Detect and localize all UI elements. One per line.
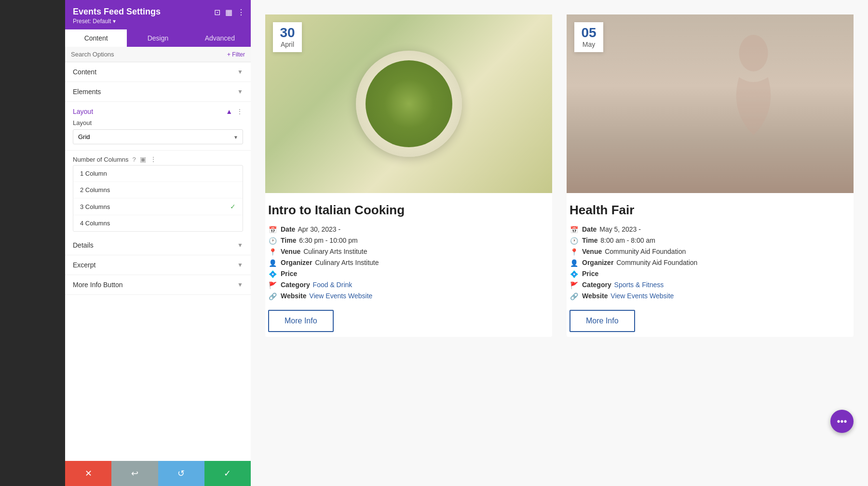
meta-organizer-health: 👤 Organizer Community Aid Foundation [570, 259, 851, 267]
cancel-button[interactable]: ✕ [65, 461, 111, 486]
meta-category-italian: 🚩 Category Food & Drink [268, 281, 549, 289]
date-month-health: May [581, 41, 597, 48]
redo-button[interactable]: ↺ [158, 461, 204, 486]
meta-organizer-italian: 👤 Organizer Culinary Arts Institute [268, 259, 549, 267]
more-info-button-health[interactable]: More Info [570, 310, 635, 332]
column-option-3[interactable]: 3 Columns ✓ [73, 198, 243, 215]
location-icon-h: 📍 [570, 248, 578, 256]
meta-time-health: 🕐 Time 8:00 am - 8:00 am [570, 236, 851, 245]
meta-date-italian: 📅 Date Apr 30, 2023 - [268, 225, 549, 234]
layout-header[interactable]: Layout ▲ ⋮ [73, 102, 243, 119]
svg-rect-0 [614, 14, 807, 193]
tab-advanced[interactable]: Advanced [189, 29, 251, 47]
section-content-label: Content [73, 68, 96, 76]
date-month-italian: April [280, 41, 295, 48]
website-link-health[interactable]: View Events Website [610, 292, 674, 300]
preset-label[interactable]: Preset: Default ▾ [73, 18, 243, 25]
undo-button[interactable]: ↩ [111, 461, 158, 486]
sidebar-header: ⊡ ▦ ⋮ Events Feed Settings Preset: Defau… [65, 0, 251, 29]
meta-date-health: 📅 Date May 5, 2023 - [570, 225, 851, 234]
columns-dropdown: 1 Column 2 Columns 3 Columns ✓ 4 Columns [73, 165, 243, 232]
category-link-health[interactable]: Sports & Fitness [614, 281, 664, 289]
meta-time-italian: 🕐 Time 6:30 pm - 10:00 pm [268, 236, 549, 245]
check-icon-3: ✓ [230, 203, 236, 210]
search-options-label: Search Options [71, 51, 227, 58]
header-icons: ⊡ ▦ ⋮ [214, 8, 245, 17]
date-day-italian: 30 [280, 26, 295, 40]
section-excerpt[interactable]: Excerpt ▼ [65, 255, 251, 275]
event-details-italian: Intro to Italian Cooking 📅 Date Apr 30, … [265, 193, 552, 337]
layout-header-icons: ▲ ⋮ [226, 108, 243, 115]
chevron-elements: ▼ [237, 88, 243, 95]
calendar-icon-h: 📅 [570, 226, 578, 234]
event-meta-italian: 📅 Date Apr 30, 2023 - 🕐 Time 6:30 pm - 1… [268, 225, 549, 300]
calendar-icon: 📅 [268, 226, 277, 234]
website-link-italian[interactable]: View Events Website [309, 292, 372, 300]
section-elements[interactable]: Elements ▼ [65, 82, 251, 102]
column-option-1[interactable]: 1 Column [73, 166, 243, 182]
date-badge-italian: 30 April [273, 22, 302, 52]
category-icon-h: 🚩 [570, 281, 578, 289]
price-icon: 💠 [268, 270, 277, 278]
organizer-icon-h: 👤 [570, 259, 578, 267]
website-icon-h: 🔗 [570, 292, 578, 300]
column-option-4[interactable]: 4 Columns [73, 215, 243, 231]
date-badge-health: 05 May [574, 22, 603, 52]
columns-icons: ? ▣ ⋮ [133, 155, 157, 163]
layout-select-wrapper: Grid List Masonry [73, 129, 243, 144]
section-content[interactable]: Content ▼ [65, 62, 251, 82]
more-info-button-italian[interactable]: More Info [268, 310, 334, 332]
fab-button[interactable]: ••• [830, 410, 854, 433]
event-details-health: Health Fair 📅 Date May 5, 2023 - 🕐 Time … [567, 193, 854, 337]
search-row: Search Options + Filter [65, 47, 251, 62]
chevron-details: ▼ [237, 242, 243, 249]
column-option-2[interactable]: 2 Columns [73, 182, 243, 198]
meta-website-health: 🔗 Website View Events Website [570, 292, 851, 300]
sidebar-footer: ✕ ↩ ↺ ✓ [65, 461, 251, 486]
meta-website-italian: 🔗 Website View Events Website [268, 292, 549, 300]
layout-icon[interactable]: ▦ [225, 8, 232, 17]
clock-icon: 🕐 [268, 237, 277, 245]
organizer-icon: 👤 [268, 259, 277, 267]
layout-section: Layout ▲ ⋮ Layout Grid List Masonry [65, 102, 251, 151]
layout-more-icon[interactable]: ⋮ [236, 108, 243, 115]
event-image-italian: 30 April [265, 14, 552, 193]
event-card-italian: 30 April Intro to Italian Cooking 📅 Date… [265, 14, 552, 337]
category-link-italian[interactable]: Food & Drink [313, 281, 353, 289]
meta-venue-italian: 📍 Venue Culinary Arts Institute [268, 248, 549, 256]
sidebar-tabs: Content Design Advanced [65, 29, 251, 47]
svg-point-1 [739, 35, 768, 71]
left-dark-panel [0, 0, 65, 486]
section-more-info-label: More Info Button [73, 281, 123, 289]
section-elements-label: Elements [73, 88, 101, 96]
website-icon: 🔗 [268, 292, 277, 300]
chevron-more-info: ▼ [237, 281, 243, 288]
event-card-health: 05 May Health Fair 📅 Date May 5, 2023 - [567, 14, 854, 337]
layout-field-label: Layout [73, 119, 243, 126]
columns-device-icon[interactable]: ▣ [140, 155, 146, 163]
layout-select[interactable]: Grid List Masonry [73, 129, 243, 144]
filter-button[interactable]: + Filter [227, 51, 245, 58]
help-icon[interactable]: ? [133, 156, 136, 163]
expand-icon[interactable]: ⊡ [214, 8, 220, 17]
meta-category-health: 🚩 Category Sports & Fitness [570, 281, 851, 289]
sidebar: ⊡ ▦ ⋮ Events Feed Settings Preset: Defau… [65, 0, 251, 486]
section-details[interactable]: Details ▼ [65, 236, 251, 255]
category-icon: 🚩 [268, 281, 277, 289]
save-button[interactable]: ✓ [204, 461, 251, 486]
event-meta-health: 📅 Date May 5, 2023 - 🕐 Time 8:00 am - 8:… [570, 225, 851, 300]
meta-price-italian: 💠 Price [268, 270, 549, 278]
event-title-italian: Intro to Italian Cooking [268, 203, 549, 218]
meta-venue-health: 📍 Venue Community Aid Foundation [570, 248, 851, 256]
column-4-label: 4 Columns [80, 220, 110, 227]
main-content: 30 April Intro to Italian Cooking 📅 Date… [251, 0, 868, 486]
fab-icon: ••• [837, 416, 847, 427]
columns-more-icon[interactable]: ⋮ [150, 155, 157, 163]
layout-section-title: Layout [73, 108, 93, 115]
more-icon[interactable]: ⋮ [237, 8, 245, 17]
tab-design[interactable]: Design [127, 29, 189, 47]
tab-content[interactable]: Content [65, 29, 127, 47]
section-more-info[interactable]: More Info Button ▼ [65, 275, 251, 295]
section-details-label: Details [73, 241, 94, 249]
columns-row: Number of Columns ? ▣ ⋮ [65, 151, 251, 165]
